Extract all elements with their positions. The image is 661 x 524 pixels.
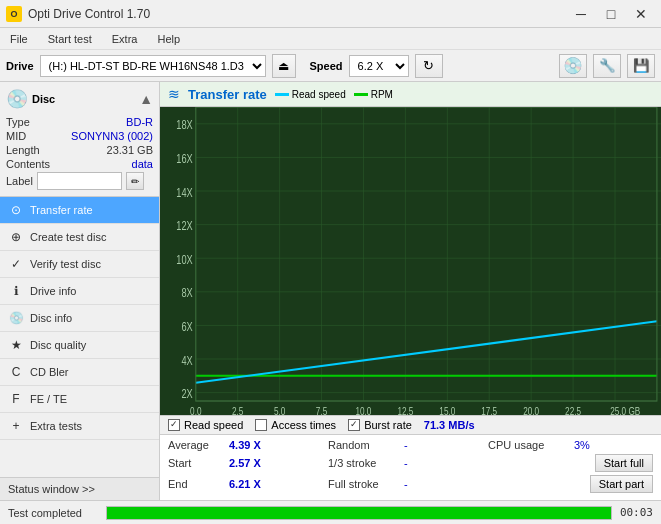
titlebar-left: O Opti Drive Control 1.70: [6, 6, 150, 22]
menu-help[interactable]: Help: [151, 31, 186, 47]
progress-bar-container: [106, 506, 612, 520]
svg-text:5.0: 5.0: [274, 405, 286, 415]
disc-type-row: Type BD-R: [6, 116, 153, 128]
length-label: Length: [6, 144, 40, 156]
burst-rate-checkbox-label: Burst rate: [364, 419, 412, 431]
stats-area: Average 4.39 X Random - CPU usage 3% Sta…: [160, 434, 661, 500]
rpm-legend-color: [354, 93, 368, 96]
disc-info-icon: 💿: [8, 310, 24, 326]
create-test-disc-icon: ⊕: [8, 229, 24, 245]
burst-rate-checkbox-item[interactable]: Burst rate: [348, 419, 412, 431]
speed-select[interactable]: 6.2 X: [349, 55, 409, 77]
nav-cd-bler-label: CD Bler: [30, 366, 69, 378]
random-cell: Random -: [328, 439, 488, 451]
type-value: BD-R: [126, 116, 153, 128]
read-speed-checkbox-item[interactable]: Read speed: [168, 419, 243, 431]
save-button[interactable]: 💾: [627, 54, 655, 78]
drive-info-icon: ℹ: [8, 283, 24, 299]
disc-collapse-arrow[interactable]: ▲: [139, 91, 153, 107]
nav-verify-test-disc[interactable]: ✓ Verify test disc: [0, 251, 159, 278]
average-cell: Average 4.39 X: [168, 439, 328, 451]
nav-status-window[interactable]: Status window >>: [0, 477, 159, 500]
read-speed-legend-label: Read speed: [292, 89, 346, 100]
start-part-cell: Start part: [488, 475, 653, 493]
main-layout: 💿 Disc ▲ Type BD-R MID SONYNN3 (002) Len…: [0, 82, 661, 500]
burn-icon-button[interactable]: 💿: [559, 54, 587, 78]
mid-label: MID: [6, 130, 26, 142]
nav-extra-tests[interactable]: + Extra tests: [0, 413, 159, 440]
svg-text:17.5: 17.5: [481, 405, 497, 415]
contents-value: data: [132, 158, 153, 170]
disc-panel: 💿 Disc ▲ Type BD-R MID SONYNN3 (002) Len…: [0, 82, 159, 197]
label-input[interactable]: [37, 172, 122, 190]
stroke13-value: -: [404, 457, 434, 469]
nav-fe-te[interactable]: F FE / TE: [0, 386, 159, 413]
drive-select[interactable]: (H:) HL-DT-ST BD-RE WH16NS48 1.D3: [40, 55, 266, 77]
disc-quality-icon: ★: [8, 337, 24, 353]
start-full-button[interactable]: Start full: [595, 454, 653, 472]
svg-text:6X: 6X: [181, 320, 193, 334]
window-controls: ─ □ ✕: [567, 4, 655, 24]
eject-button[interactable]: ⏏: [272, 54, 296, 78]
disc-contents-row: Contents data: [6, 158, 153, 170]
average-value: 4.39 X: [229, 439, 269, 451]
length-value: 23.31 GB: [107, 144, 153, 156]
full-stroke-label: Full stroke: [328, 478, 398, 490]
burst-rate-checkbox[interactable]: [348, 419, 360, 431]
nav-cd-bler[interactable]: C CD Bler: [0, 359, 159, 386]
nav-extra-tests-label: Extra tests: [30, 420, 82, 432]
titlebar: O Opti Drive Control 1.70 ─ □ ✕: [0, 0, 661, 28]
read-speed-legend-color: [275, 93, 289, 96]
nav-spacer: [0, 440, 159, 477]
access-times-checkbox-item[interactable]: Access times: [255, 419, 336, 431]
legend-read-speed: Read speed: [275, 89, 346, 100]
nav-verify-test-disc-label: Verify test disc: [30, 258, 101, 270]
drive-label: Drive: [6, 60, 34, 72]
svg-text:2.5: 2.5: [232, 405, 244, 415]
rpm-legend-label: RPM: [371, 89, 393, 100]
fe-te-icon: F: [8, 391, 24, 407]
nav-transfer-rate-label: Transfer rate: [30, 204, 93, 216]
svg-text:12.5: 12.5: [397, 405, 413, 415]
nav-create-test-disc[interactable]: ⊕ Create test disc: [0, 224, 159, 251]
close-button[interactable]: ✕: [627, 4, 655, 24]
transfer-rate-icon: ⊙: [8, 202, 24, 218]
start-part-button[interactable]: Start part: [590, 475, 653, 493]
svg-rect-0: [160, 107, 661, 415]
nav-disc-quality[interactable]: ★ Disc quality: [0, 332, 159, 359]
label-label: Label: [6, 175, 33, 187]
chart-area: ≋ Transfer rate Read speed RPM: [160, 82, 661, 500]
label-edit-button[interactable]: ✏: [126, 172, 144, 190]
svg-text:10X: 10X: [176, 252, 193, 266]
maximize-button[interactable]: □: [597, 4, 625, 24]
average-label: Average: [168, 439, 223, 451]
svg-text:22.5: 22.5: [565, 405, 581, 415]
nav-drive-info[interactable]: ℹ Drive info: [0, 278, 159, 305]
chart-container: 18X 16X 14X 12X 10X 8X 6X 4X 2X 0.0 2.5 …: [160, 107, 661, 415]
start-cell: Start 2.57 X: [168, 457, 328, 469]
nav-disc-info[interactable]: 💿 Disc info: [0, 305, 159, 332]
statusbar: Test completed 00:03: [0, 500, 661, 524]
tools-button[interactable]: 🔧: [593, 54, 621, 78]
nav-fe-te-label: FE / TE: [30, 393, 67, 405]
refresh-button[interactable]: ↻: [415, 54, 443, 78]
drive-toolbar: Drive (H:) HL-DT-ST BD-RE WH16NS48 1.D3 …: [0, 50, 661, 82]
read-speed-checkbox[interactable]: [168, 419, 180, 431]
svg-text:4X: 4X: [181, 353, 193, 367]
speed-label: Speed: [310, 60, 343, 72]
burst-rate-value: 71.3 MB/s: [424, 419, 475, 431]
menu-file[interactable]: File: [4, 31, 34, 47]
time-display: 00:03: [620, 506, 653, 519]
menu-starttest[interactable]: Start test: [42, 31, 98, 47]
nav-transfer-rate[interactable]: ⊙ Transfer rate: [0, 197, 159, 224]
minimize-button[interactable]: ─: [567, 4, 595, 24]
start-label: Start: [168, 457, 223, 469]
disc-mid-row: MID SONYNN3 (002): [6, 130, 153, 142]
svg-text:14X: 14X: [176, 185, 193, 199]
access-times-checkbox[interactable]: [255, 419, 267, 431]
menu-extra[interactable]: Extra: [106, 31, 144, 47]
progress-bar-fill: [107, 507, 611, 519]
app-icon: O: [6, 6, 22, 22]
nav-disc-info-label: Disc info: [30, 312, 72, 324]
nav-disc-quality-label: Disc quality: [30, 339, 86, 351]
